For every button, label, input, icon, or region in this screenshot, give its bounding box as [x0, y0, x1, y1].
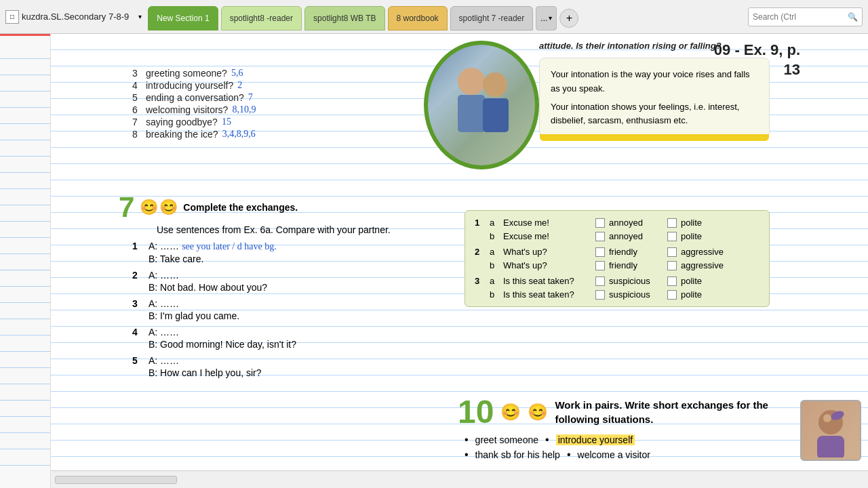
more-dropdown-icon: ▾	[549, 14, 552, 22]
checkbox-3b-suspicious[interactable]	[595, 290, 605, 300]
ex7-emoji2: 😊	[159, 199, 178, 216]
svg-rect-3	[483, 98, 509, 132]
content-area: 09 - Ex. 9, p. 13 3 greeting someone? 5,…	[51, 34, 868, 488]
bullet-icon-2: •	[545, 434, 549, 446]
bullet-line-1: • greet someone • introduce yourself	[465, 434, 793, 446]
bullet-line-2: • thank sb for his help • welcome a visi…	[465, 449, 793, 461]
bullet-icon-3: •	[465, 449, 469, 461]
exchanges-list: 1 A: …… see you later / d have bg. B: Ta…	[132, 241, 465, 378]
exercise10: 10 😊 😊 Work in pairs. Write short exchan…	[458, 396, 793, 461]
checkbox-2b-aggressive[interactable]	[667, 261, 677, 270]
introduce-yourself-text: introduce yourself	[556, 434, 635, 445]
exchange-item-5: 5 A: …… B: How can I help you, sir?	[132, 355, 465, 378]
svg-point-2	[483, 73, 507, 97]
main-area: 09 - Ex. 9, p. 13 3 greeting someone? 5,…	[0, 34, 868, 488]
exchange-item-1: 1 A: …… see you later / d have bg. B: Ta…	[132, 241, 465, 264]
photo-svg	[441, 58, 522, 152]
scroll-track[interactable]	[55, 476, 177, 484]
ex10-number: 10	[458, 396, 494, 428]
tab-spotlight8-reader[interactable]: spotlight8 -reader	[221, 6, 302, 30]
exchange-item-4: 4 A: …… B: Good morning! Nice day, isn't…	[132, 327, 465, 350]
numbered-list: 3 greeting someone? 5,6 4 introducing yo…	[132, 68, 256, 141]
list-item: 8 breaking the ice? 3,4,8,9,6	[132, 129, 256, 140]
ex7-instruction-bold: Complete the exchanges.	[183, 202, 298, 213]
svg-point-6	[823, 414, 831, 422]
cb-row-1a: 1 a Excuse me! annoyed polite	[475, 218, 760, 228]
exchange-item-3: 3 A: …… B: I'm glad you came.	[132, 298, 465, 321]
svg-rect-5	[817, 436, 844, 458]
more-tabs-button[interactable]: ... ▾	[536, 6, 557, 30]
ex10-emoji1: 😊	[500, 403, 521, 422]
topbar: □ kuzdra.SL.Secondary 7-8-9 ▾ New Sectio…	[0, 0, 868, 34]
cb-row-3b: b Is this seat taken? suspicious polite	[475, 289, 760, 300]
checkbox-1a-polite[interactable]	[667, 218, 677, 228]
checkbox-3b-polite[interactable]	[667, 290, 677, 300]
checkbox-2a-friendly[interactable]	[595, 247, 605, 257]
info-bubble: Your intonation is the way your voice ri…	[539, 58, 770, 138]
search-icon: 🔍	[848, 12, 858, 22]
avatar-svg	[804, 403, 858, 458]
ex7-instruction: Use sentences from Ex. 6a. Compare with …	[157, 224, 465, 235]
sidebar-red-line	[0, 34, 50, 36]
exchange-item-2: 2 A: …… B: Not bad. How about you?	[132, 270, 465, 293]
exchange-1-handwritten: see you later / d have bg.	[182, 241, 277, 252]
checkbox-1b-annoyed[interactable]	[595, 232, 605, 241]
checkbox-section: 1 a Excuse me! annoyed polite b Excuse m…	[465, 210, 770, 307]
checkbox-2b-friendly[interactable]	[595, 261, 605, 270]
cb-row-2a: 2 a What's up? friendly aggressive	[475, 247, 760, 257]
list-item: 3 greeting someone? 5,6	[132, 68, 256, 79]
exercise7: 7 😊 😊 Complete the exchanges. Use senten…	[119, 193, 465, 384]
bullet-icon-4: •	[567, 449, 571, 461]
ex10-header: 10 😊 😊 Work in pairs. Write short exchan…	[458, 396, 793, 428]
sidebar	[0, 34, 51, 488]
bullet-icon: •	[465, 434, 469, 446]
ex7-number: 7	[119, 193, 134, 222]
ex10-instruction: Work in pairs. Write short exchanges for…	[555, 398, 793, 426]
ex10-bullets: • greet someone • introduce yourself • t…	[465, 434, 793, 461]
checkbox-3a-suspicious[interactable]	[595, 277, 605, 286]
add-tab-button[interactable]: +	[559, 9, 578, 28]
intonation-top-text: attitude. Is their intonation rising or …	[539, 41, 732, 51]
checkbox-3a-polite[interactable]	[667, 277, 677, 286]
checkbox-2a-aggressive[interactable]	[667, 247, 677, 257]
list-item: 5 ending a conversation? 7	[132, 92, 256, 103]
tab-spotlight7-reader[interactable]: spotlight 7 -reader	[450, 6, 534, 30]
svg-rect-1	[458, 95, 485, 132]
app-title: kuzdra.SL.Secondary 7-8-9	[22, 12, 129, 22]
cb-row-2b: b What's up? friendly aggressive	[475, 260, 760, 270]
search-box[interactable]: 🔍	[748, 7, 863, 26]
ex7-header: 7 😊 😊 Complete the exchanges.	[119, 193, 465, 222]
tab-spotlight8-wbtb[interactable]: spotlight8 WB TB	[304, 6, 384, 30]
checkbox-1b-polite[interactable]	[667, 232, 677, 241]
bottom-scrollbar[interactable]	[51, 470, 868, 488]
window-icon: □	[5, 10, 19, 24]
list-item: 6 welcoming visitors? 8,10,9	[132, 104, 256, 115]
list-item: 4 introducing yourself? 2	[132, 80, 256, 91]
checkbox-1a-annoyed[interactable]	[595, 218, 605, 228]
intonation-section: attitude. Is their intonation rising or …	[424, 41, 732, 58]
avatar-corner	[800, 400, 861, 461]
cb-row-3a: 3 a Is this seat taken? suspicious polit…	[475, 276, 760, 286]
search-input[interactable]	[753, 12, 848, 22]
title-dropdown[interactable]: ▾	[134, 12, 145, 22]
ex10-emoji2: 😊	[528, 403, 548, 422]
list-item: 7 saying goodbye? 15	[132, 117, 256, 127]
tab-wordbook[interactable]: 8 wordbook	[388, 6, 448, 30]
svg-point-0	[458, 68, 485, 95]
yellow-bar	[540, 134, 769, 141]
tab-new-section[interactable]: New Section 1	[148, 6, 218, 30]
photo-circle	[424, 41, 539, 169]
cb-row-1b: b Excuse me! annoyed polite	[475, 231, 760, 241]
ex7-emoji1: 😊	[140, 199, 158, 216]
